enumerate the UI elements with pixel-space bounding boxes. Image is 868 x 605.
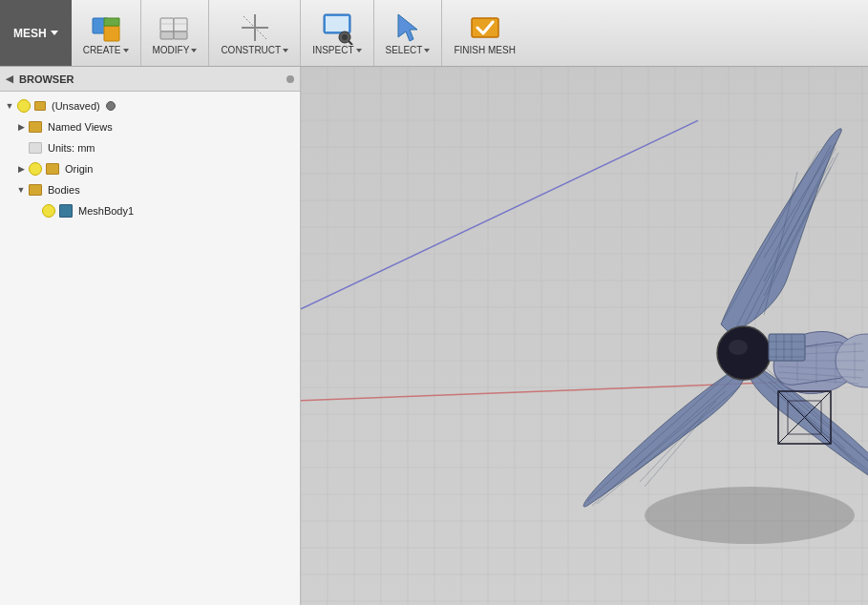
tree-row-units: Units: mm <box>0 137 300 158</box>
svg-rect-16 <box>472 18 498 37</box>
browser-panel: ◀ BROWSER ▼ (Unsaved) ▶ Named Views <box>0 67 301 605</box>
svg-line-25 <box>592 377 735 506</box>
browser-label: BROWSER <box>19 73 74 85</box>
modify-button[interactable]: MODIFY <box>147 4 203 63</box>
inspect-section: INSPECT <box>301 0 373 66</box>
mesh-tab[interactable]: MESH <box>0 0 72 66</box>
svg-line-23 <box>764 157 834 282</box>
browser-tree: ▼ (Unsaved) ▶ Named Views Units: mm ▶ <box>0 92 300 225</box>
light-icon-meshbody1 <box>42 204 55 218</box>
svg-rect-4 <box>160 31 174 39</box>
svg-point-13 <box>342 34 348 40</box>
modify-section: MODIFY <box>141 0 210 66</box>
tree-row-named-views[interactable]: ▶ Named Views <box>0 116 300 137</box>
propeller-model <box>492 105 868 601</box>
folder-icon-unsaved <box>34 101 46 111</box>
folder-icon-origin <box>46 163 59 175</box>
expand-icon-unsaved: ▼ <box>4 100 15 112</box>
select-label: SELECT <box>386 45 431 55</box>
browser-options-dot[interactable] <box>286 75 294 83</box>
light-icon-origin <box>29 162 42 176</box>
label-origin: Origin <box>65 163 93 175</box>
svg-rect-1 <box>104 26 119 41</box>
mesh-dropdown-icon <box>51 31 58 35</box>
toolbar: MESH CREATE <box>0 0 868 67</box>
modify-icon <box>158 10 192 45</box>
construct-icon <box>238 10 272 45</box>
create-section: CREATE <box>72 0 141 66</box>
svg-rect-11 <box>326 16 349 31</box>
expand-icon-origin: ▶ <box>15 163 27 175</box>
model-container <box>301 67 868 605</box>
select-section: SELECT <box>374 0 443 66</box>
mesh-label: MESH <box>13 27 47 40</box>
modify-label: MODIFY <box>153 45 198 55</box>
inspect-button[interactable]: INSPECT <box>307 4 367 63</box>
create-button[interactable]: CREATE <box>77 4 135 63</box>
mesh-icon-meshbody1 <box>59 204 73 218</box>
inspect-icon <box>320 10 354 45</box>
hub-highlight <box>729 340 748 355</box>
svg-rect-5 <box>174 31 187 39</box>
svg-line-28 <box>635 391 726 468</box>
folder-icon-bodies <box>29 184 42 196</box>
shadow-ellipse <box>645 487 855 544</box>
folder-icon-named-views <box>29 121 42 133</box>
create-label: CREATE <box>83 45 129 55</box>
construct-label: CONSTRUCT <box>221 45 288 55</box>
status-dot-unsaved <box>106 101 116 111</box>
construct-section: CONSTRUCT <box>209 0 301 66</box>
svg-rect-3 <box>174 18 187 31</box>
svg-line-27 <box>587 370 732 501</box>
svg-line-26 <box>597 386 740 504</box>
svg-marker-15 <box>398 14 417 41</box>
label-bodies: Bodies <box>48 184 80 196</box>
finish-mesh-section: FINISH MESH <box>442 0 526 66</box>
light-icon-unsaved <box>17 99 31 113</box>
expand-icon-named-views: ▶ <box>15 121 27 133</box>
label-unsaved: (Unsaved) <box>52 100 100 112</box>
finish-mesh-button[interactable]: FINISH MESH <box>448 4 520 63</box>
viewport[interactable] <box>301 67 868 605</box>
svg-line-18 <box>745 148 836 324</box>
create-icon <box>89 10 123 45</box>
inspect-label: INSPECT <box>312 45 361 55</box>
units-icon <box>29 142 42 154</box>
finish-mesh-label: FINISH MESH <box>454 45 515 55</box>
svg-line-35 <box>783 396 855 463</box>
blade2 <box>583 372 745 507</box>
label-units: Units: mm <box>48 142 95 154</box>
tree-row-bodies[interactable]: ▼ Bodies <box>0 179 300 200</box>
label-named-views: Named Views <box>48 121 113 133</box>
label-meshbody1: MeshBody1 <box>78 205 134 217</box>
expand-icon-bodies: ▼ <box>15 184 27 196</box>
browser-header: ◀ BROWSER <box>0 67 300 92</box>
tree-row-meshbody1[interactable]: MeshBody1 <box>0 200 300 221</box>
finish-mesh-icon <box>468 10 502 45</box>
svg-rect-2 <box>160 18 174 31</box>
select-icon <box>391 10 425 45</box>
construct-button[interactable]: CONSTRUCT <box>215 4 294 63</box>
tree-row-unsaved[interactable]: ▼ (Unsaved) <box>0 95 300 116</box>
tree-row-origin[interactable]: ▶ Origin <box>0 158 300 179</box>
svg-line-17 <box>735 145 831 329</box>
main-area: ◀ BROWSER ▼ (Unsaved) ▶ Named Views <box>0 67 868 605</box>
select-button[interactable]: SELECT <box>380 4 436 63</box>
browser-collapse-btn[interactable]: ◀ <box>6 73 13 84</box>
